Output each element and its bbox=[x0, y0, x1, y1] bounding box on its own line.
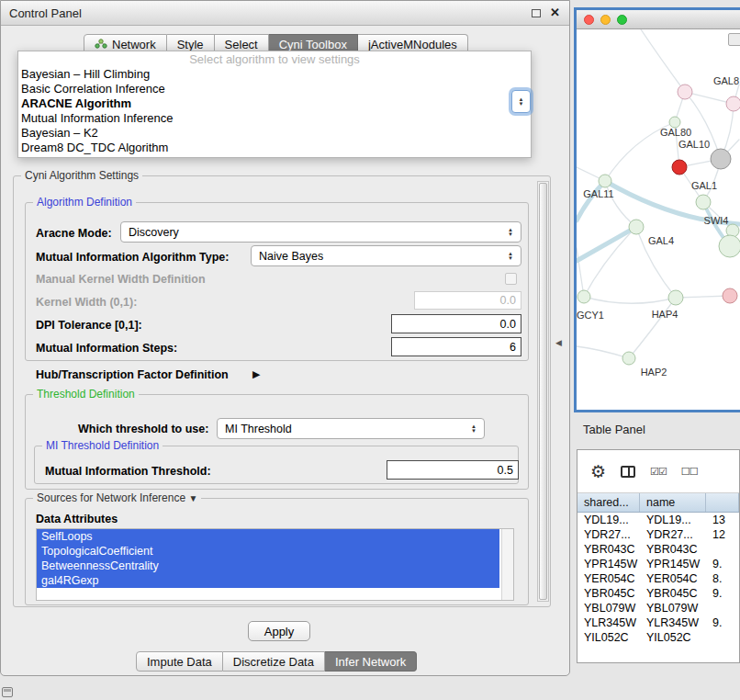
column-header-2[interactable] bbox=[706, 493, 739, 512]
which-threshold-combobox[interactable]: MI Threshold ▲▼ bbox=[217, 418, 485, 439]
kernel-width-field[interactable] bbox=[414, 291, 521, 310]
table-cell: YIL052C bbox=[577, 630, 640, 645]
bottom-tab-discretize-data[interactable]: Discretize Data bbox=[223, 651, 325, 672]
table-cell: YBR043C bbox=[640, 542, 706, 557]
manual-kernel-checkbox[interactable] bbox=[505, 273, 517, 285]
algorithm-definition-title: Algorithm Definition bbox=[33, 196, 136, 209]
table-row[interactable]: YER054CYER054C8. bbox=[577, 571, 739, 586]
float-window-icon[interactable] bbox=[532, 9, 541, 17]
control-panel-window: Control Panel ✕ NetworkStyleSelectCyni T… bbox=[0, 0, 570, 676]
table-cell: YBL079W bbox=[577, 601, 640, 615]
network-node-gal11[interactable] bbox=[599, 175, 611, 187]
network-view-window: GAL80GAL8GAL10GAL11GAL1SWI4GAL4GCY1HAP4H… bbox=[574, 7, 740, 412]
table-rows: YDL19...YDL19...13YDR27...YDR27...12YBR0… bbox=[577, 513, 739, 662]
dropdown-item-bayesian-k2[interactable]: Bayesian – K2 bbox=[18, 126, 531, 141]
network-node-gal10[interactable] bbox=[711, 149, 731, 169]
table-row[interactable]: YDL19...YDL19...13 bbox=[577, 513, 739, 527]
table-cell: YLR345W bbox=[577, 615, 640, 630]
network-edge[interactable] bbox=[577, 181, 605, 220]
network-edge[interactable] bbox=[676, 296, 730, 298]
combo-arrows-icon: ▲▼ bbox=[471, 424, 477, 434]
column-header-name[interactable]: name bbox=[640, 493, 706, 512]
column-header-shared[interactable]: shared... bbox=[577, 493, 640, 512]
apply-button[interactable]: Apply bbox=[248, 621, 310, 641]
gear-icon[interactable]: ⚙ bbox=[590, 461, 606, 482]
expand-right-icon[interactable]: ▶ bbox=[252, 368, 260, 380]
table-cell: YER054C bbox=[577, 571, 640, 586]
dpi-tolerance-field[interactable] bbox=[391, 314, 521, 333]
close-icon[interactable]: ✕ bbox=[550, 6, 560, 19]
dropdown-item-mutual-information-inference[interactable]: Mutual Information Inference bbox=[18, 111, 531, 126]
bottom-tab-infer-network[interactable]: Infer Network bbox=[325, 651, 417, 672]
attribute-item-betweennesscentrality[interactable]: BetweennessCentrality bbox=[37, 559, 499, 573]
mi-threshold-group-title: MI Threshold Definition bbox=[42, 439, 163, 452]
network-node[interactable] bbox=[672, 160, 687, 175]
network-node-gcy1[interactable] bbox=[577, 290, 590, 303]
network-node-hap4[interactable] bbox=[668, 290, 683, 305]
dropdown-item-bayesian-hill-climbing[interactable]: Bayesian – Hill Climbing bbox=[18, 67, 531, 82]
dropdown-item-aracne-algorithm[interactable]: ARACNE Algorithm bbox=[18, 96, 531, 111]
desktop: Control Panel ✕ NetworkStyleSelectCyni T… bbox=[0, 0, 740, 700]
splitter-collapse-icon[interactable]: ◀ bbox=[555, 338, 562, 347]
minimize-traffic-light[interactable] bbox=[600, 15, 611, 25]
table-cell: YDL19... bbox=[640, 513, 706, 527]
list-scrollbar[interactable] bbox=[501, 529, 513, 600]
data-attributes-list[interactable]: SelfLoopsTopologicalCoefficientBetweenne… bbox=[36, 528, 514, 601]
network-node[interactable] bbox=[726, 96, 740, 111]
table-row[interactable]: YIL052CYIL052C bbox=[577, 630, 739, 645]
algorithm-combobox-button[interactable]: ▲▼ bbox=[511, 90, 531, 113]
dropdown-item-dream8-dc-tdc-algorithm[interactable]: Dream8 DC_TDC Algorithm bbox=[18, 141, 531, 155]
scrollbar-thumb[interactable] bbox=[539, 183, 547, 600]
mi-steps-label: Mutual Information Steps: bbox=[36, 342, 177, 355]
network-node-hap2[interactable] bbox=[622, 352, 635, 365]
table-row[interactable]: YBL079WYBL079W bbox=[577, 601, 739, 615]
table-row[interactable]: YBR043CYBR043C bbox=[577, 542, 739, 557]
bottom-tab-impute-data[interactable]: Impute Data bbox=[136, 651, 223, 672]
table-row[interactable]: YPR145WYPR145W9. bbox=[577, 557, 739, 571]
settings-scrollbar[interactable] bbox=[537, 181, 549, 602]
collapsed-panel-icon[interactable] bbox=[2, 687, 13, 697]
network-node[interactable] bbox=[723, 288, 737, 303]
table-cell: YLR345W bbox=[640, 615, 706, 630]
table-row[interactable]: YLR345WYLR345W9. bbox=[577, 615, 739, 630]
table-cell: YBR045C bbox=[640, 586, 706, 601]
network-node-gal1[interactable] bbox=[696, 195, 711, 209]
table-cell: 9. bbox=[706, 615, 739, 630]
network-node[interactable] bbox=[678, 85, 692, 99]
mi-type-combobox[interactable]: Naive Bayes ▲▼ bbox=[251, 245, 521, 266]
collapse-down-icon[interactable]: ▼ bbox=[188, 493, 197, 503]
network-edge[interactable] bbox=[577, 227, 636, 261]
network-edge[interactable] bbox=[629, 298, 676, 358]
attribute-item-topologicalcoefficient[interactable]: TopologicalCoefficient bbox=[37, 544, 499, 559]
node-label-gcy1: GCY1 bbox=[577, 310, 604, 321]
which-threshold-value: MI Threshold bbox=[225, 423, 292, 435]
node-label-gal4: GAL4 bbox=[648, 235, 674, 246]
mi-threshold-field[interactable] bbox=[387, 460, 519, 480]
network-edge[interactable] bbox=[641, 29, 685, 92]
canvas-corner-button[interactable] bbox=[728, 33, 740, 46]
network-edge[interactable] bbox=[577, 346, 629, 358]
table-row[interactable]: YBR045CYBR045C9. bbox=[577, 586, 739, 601]
close-traffic-light[interactable] bbox=[584, 15, 594, 25]
table-cell bbox=[706, 542, 739, 557]
zoom-traffic-light[interactable] bbox=[617, 15, 627, 25]
table-columns-icon[interactable] bbox=[621, 466, 635, 478]
network-node[interactable] bbox=[719, 235, 740, 257]
table-row[interactable]: YDR27...YDR27...12 bbox=[577, 527, 739, 542]
network-node-gal4[interactable] bbox=[629, 220, 644, 234]
aracne-mode-combobox[interactable]: Discovery ▲▼ bbox=[120, 221, 521, 243]
bottom-tab-bar: Impute DataDiscretize DataInfer Network bbox=[136, 651, 417, 672]
network-canvas[interactable]: GAL80GAL8GAL10GAL11GAL1SWI4GAL4GCY1HAP4H… bbox=[577, 29, 740, 410]
network-edge[interactable] bbox=[584, 297, 676, 303]
attribute-item-selfloops[interactable]: SelfLoops bbox=[37, 529, 499, 544]
node-label-swi4: SWI4 bbox=[704, 215, 729, 226]
mi-steps-field[interactable] bbox=[391, 337, 521, 356]
attribute-item-gal4rgexp[interactable]: gal4RGexp bbox=[37, 573, 499, 588]
hub-definition-label: Hub/Transcription Factor Definition bbox=[36, 368, 229, 381]
checked-boxes-icon[interactable]: ☑☑ bbox=[650, 466, 667, 478]
dropdown-item-basic-correlation-inference[interactable]: Basic Correlation Inference bbox=[18, 82, 531, 96]
unchecked-boxes-icon[interactable]: ☐☐ bbox=[681, 466, 698, 478]
network-edge[interactable] bbox=[584, 227, 636, 297]
dpi-tolerance-label: DPI Tolerance [0,1]: bbox=[36, 319, 142, 332]
kernel-width-label: Kernel Width (0,1): bbox=[36, 296, 137, 309]
